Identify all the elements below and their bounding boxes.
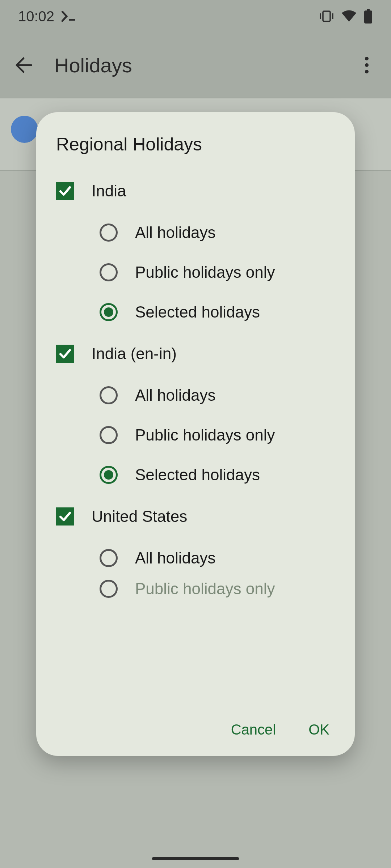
region-label: India [92, 182, 126, 200]
radio-india-enin-all[interactable]: All holidays [36, 375, 355, 415]
cancel-button[interactable]: Cancel [231, 722, 276, 738]
svg-rect-2 [367, 9, 370, 10]
radio-unchecked-icon[interactable] [100, 549, 118, 567]
radio-india-public[interactable]: Public holidays only [36, 252, 355, 292]
radio-unchecked-icon[interactable] [100, 426, 118, 444]
region-india-en-in[interactable]: India (en-in) [36, 332, 355, 375]
status-time: 10:02 [18, 8, 54, 25]
status-bar: 10:02 [0, 0, 391, 33]
wifi-icon [341, 10, 357, 22]
radio-india-enin-selected[interactable]: Selected holidays [36, 455, 355, 495]
radio-us-all[interactable]: All holidays [36, 538, 355, 578]
radio-india-all[interactable]: All holidays [36, 213, 355, 252]
radio-checked-icon[interactable] [100, 466, 118, 484]
more-options-icon[interactable] [365, 57, 369, 73]
radio-india-selected[interactable]: Selected holidays [36, 292, 355, 332]
radio-india-enin-public[interactable]: Public holidays only [36, 415, 355, 455]
radio-label: All holidays [135, 549, 216, 567]
status-right [319, 9, 373, 24]
region-united-states[interactable]: United States [36, 495, 355, 538]
checkbox-checked-icon[interactable] [56, 507, 74, 526]
back-arrow-icon[interactable] [14, 56, 33, 74]
dialog-actions: Cancel OK [36, 705, 355, 756]
terminal-prompt-icon [62, 11, 80, 22]
region-label: United States [92, 507, 187, 526]
region-india[interactable]: India [36, 169, 355, 213]
status-left: 10:02 [18, 8, 80, 25]
radio-unchecked-icon[interactable] [100, 386, 118, 404]
radio-us-public[interactable]: Public holidays only [36, 578, 355, 600]
svg-rect-0 [69, 19, 75, 21]
radio-checked-icon[interactable] [100, 303, 118, 321]
page-title: Holidays [54, 54, 343, 77]
radio-label: Selected holidays [135, 466, 260, 484]
svg-rect-1 [323, 11, 330, 21]
dialog-body[interactable]: India All holidays Public holidays only … [36, 169, 355, 705]
calendar-color-dot [11, 116, 38, 143]
radio-unchecked-icon[interactable] [100, 580, 118, 598]
radio-label: Public holidays only [135, 263, 275, 281]
app-bar: Holidays [0, 33, 391, 98]
ok-button[interactable]: OK [308, 722, 329, 738]
regional-holidays-dialog: Regional Holidays India All holidays Pub… [36, 112, 355, 756]
battery-icon [363, 9, 373, 24]
radio-label: Public holidays only [135, 426, 275, 444]
svg-rect-3 [364, 10, 372, 24]
radio-unchecked-icon[interactable] [100, 263, 118, 281]
checkbox-checked-icon[interactable] [56, 182, 74, 200]
dialog-title: Regional Holidays [36, 112, 355, 169]
checkbox-checked-icon[interactable] [56, 345, 74, 363]
gesture-nav-handle[interactable] [152, 857, 239, 860]
vibrate-icon [319, 10, 335, 23]
region-label: India (en-in) [92, 345, 177, 363]
radio-label: All holidays [135, 386, 216, 404]
radio-label: Public holidays only [135, 580, 275, 598]
radio-label: Selected holidays [135, 303, 260, 321]
radio-unchecked-icon[interactable] [100, 224, 118, 242]
radio-label: All holidays [135, 224, 216, 242]
